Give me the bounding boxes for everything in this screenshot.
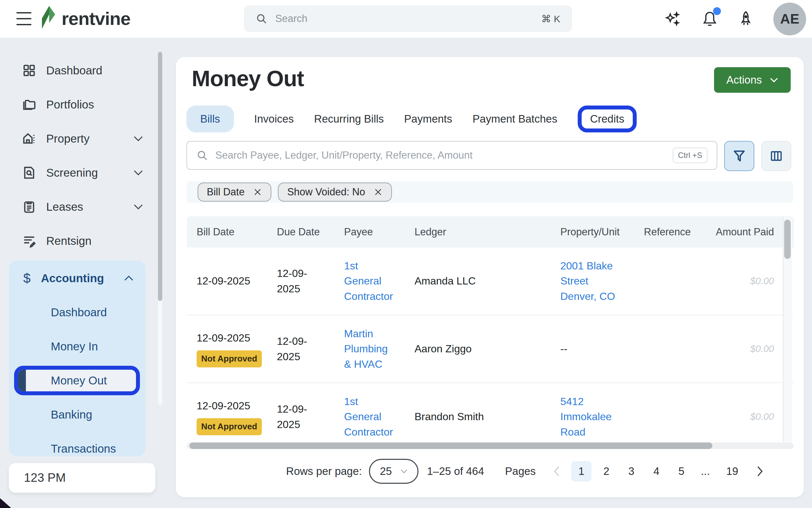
- table-vertical-scrollbar[interactable]: [784, 220, 791, 259]
- sidebar-item-rentsign[interactable]: Rentsign: [0, 224, 176, 258]
- tab-payments[interactable]: Payments: [404, 113, 452, 125]
- rocket-icon[interactable]: [737, 10, 754, 28]
- sparkles-icon[interactable]: [665, 10, 682, 28]
- page-numbers: 1 2 3 4 5 ... 19: [571, 461, 746, 481]
- search-shortcut-hint: Ctrl +S: [673, 147, 708, 163]
- tab-recurring-bills[interactable]: Recurring Bills: [314, 113, 384, 125]
- sidebar-item-label: Leases: [46, 200, 83, 213]
- cell-amount-paid: $0.00: [713, 342, 774, 355]
- sidebar-item-screening[interactable]: Screening: [0, 156, 176, 190]
- column-header-due-date[interactable]: Due Date: [277, 226, 344, 238]
- page-ellipsis: ...: [696, 461, 715, 481]
- status-badge: Not Approved: [196, 350, 262, 368]
- table-row[interactable]: 12-09-2025 Not Approved 12-09-2025 1st G…: [187, 383, 794, 442]
- avatar[interactable]: AE: [773, 3, 806, 35]
- hamburger-menu-icon[interactable]: [16, 12, 32, 25]
- sidebar-item-dashboard[interactable]: Dashboard: [0, 53, 176, 87]
- close-icon[interactable]: [253, 187, 262, 197]
- rows-per-page-select[interactable]: 25: [369, 459, 418, 484]
- property-link[interactable]: 2001 Blake Street Denver, CO: [560, 258, 629, 304]
- table-row[interactable]: 12-09-2025 12-09-2025 1st General Contra…: [187, 247, 794, 315]
- sidebar-item-banking[interactable]: Banking: [9, 397, 145, 432]
- clock-text: 123 PM: [24, 471, 66, 485]
- sidebar-item-label: Money Out: [18, 374, 107, 387]
- filter-chips-row: Bill Date Show Voided: No: [186, 181, 793, 203]
- sidebar-item-label: Accounting: [41, 272, 104, 285]
- sidebar-scrollbar[interactable]: [158, 52, 162, 301]
- column-header-reference[interactable]: Reference: [644, 226, 713, 238]
- column-header-ledger[interactable]: Ledger: [414, 226, 560, 238]
- sidebar-item-accounting[interactable]: $ Accounting: [9, 261, 145, 295]
- column-header-payee[interactable]: Payee: [344, 226, 414, 238]
- cell-due-date: 12-09-2025: [277, 334, 316, 364]
- global-search[interactable]: ⌘ K: [244, 6, 572, 32]
- actions-button[interactable]: Actions: [714, 67, 791, 93]
- sidebar-item-money-in[interactable]: Money In: [9, 329, 145, 364]
- page-number-5[interactable]: 5: [671, 461, 691, 481]
- cell-bill-date: 12-09-2025 Not Approved: [196, 398, 277, 435]
- cell-ledger: Amanda LLC: [414, 273, 560, 288]
- tab-bills[interactable]: Bills: [186, 105, 234, 132]
- filter-icon: [732, 149, 747, 163]
- rentvine-logo: rentvine: [40, 5, 130, 32]
- column-header-bill-date[interactable]: Bill Date: [196, 226, 277, 238]
- bills-table: Bill Date Due Date Payee Ledger Property…: [187, 216, 794, 442]
- page-number-2[interactable]: 2: [596, 461, 616, 481]
- sidebar-item-transactions[interactable]: Transactions: [9, 432, 145, 456]
- tab-payment-batches[interactable]: Payment Batches: [472, 113, 557, 125]
- cell-ledger: Brandon Smith: [414, 409, 560, 424]
- page-number-1[interactable]: 1: [571, 461, 591, 481]
- columns-button[interactable]: [761, 141, 792, 171]
- table-search[interactable]: Ctrl +S: [186, 141, 717, 170]
- property-link[interactable]: 5412 Immokalee Road: [560, 394, 629, 439]
- tab-credits[interactable]: Credits: [590, 113, 625, 125]
- screening-icon: [21, 165, 37, 180]
- rentsign-icon: [21, 234, 37, 248]
- bell-icon[interactable]: [701, 10, 718, 28]
- page-number-19[interactable]: 19: [719, 461, 746, 481]
- active-indicator-bar: [18, 370, 26, 391]
- filter-chip-bill-date[interactable]: Bill Date: [197, 182, 271, 202]
- sidebar-item-portfolios[interactable]: Portfolios: [0, 87, 176, 122]
- previous-page-arrow-icon[interactable]: [551, 466, 562, 477]
- sidebar-item-property[interactable]: Property: [0, 122, 176, 156]
- table-header-row: Bill Date Due Date Payee Ledger Property…: [187, 216, 794, 247]
- sidebar-item-accounting-dashboard[interactable]: Dashboard: [9, 295, 145, 329]
- filter-chip-show-voided[interactable]: Show Voided: No: [278, 182, 392, 202]
- folder-icon: [21, 97, 37, 112]
- close-icon[interactable]: [373, 187, 383, 197]
- chevron-down-icon: [133, 136, 143, 141]
- page-number-3[interactable]: 3: [621, 461, 642, 481]
- cell-bill-date: 12-09-2025 Not Approved: [196, 330, 277, 367]
- table-search-input[interactable]: [215, 150, 673, 161]
- filter-button[interactable]: [724, 141, 754, 171]
- pagination-range: 1–25 of 464: [427, 465, 484, 477]
- payee-link[interactable]: 1st General Contractor: [344, 394, 393, 439]
- dashboard-icon: [21, 63, 37, 78]
- table-row[interactable]: 12-09-2025 Not Approved 12-09-2025 Marti…: [187, 315, 794, 383]
- column-header-property-unit[interactable]: Property/Unit: [560, 226, 644, 238]
- next-page-arrow-icon[interactable]: [754, 466, 766, 477]
- payee-link[interactable]: Martin Plumbing & HVAC: [344, 326, 393, 372]
- tab-invoices[interactable]: Invoices: [254, 113, 294, 125]
- sidebar-item-label: Dashboard: [46, 64, 102, 77]
- notification-dot: [713, 7, 721, 15]
- global-search-input[interactable]: [275, 13, 541, 25]
- sidebar-item-money-out[interactable]: Money Out: [14, 366, 140, 395]
- table-horizontal-scrollbar[interactable]: [189, 442, 712, 449]
- sidebar-item-label: Rentsign: [46, 234, 91, 247]
- pages-label: Pages: [505, 465, 536, 477]
- column-header-amount-paid[interactable]: Amount Paid: [713, 226, 774, 238]
- cell-amount-paid: $0.00: [713, 274, 774, 288]
- annotation-box-credits: Credits: [578, 105, 637, 132]
- sidebar-item-label: Portfolios: [46, 98, 94, 111]
- payee-link[interactable]: 1st General Contractor: [344, 258, 393, 304]
- pagination-bar: Rows per page: 25 1–25 of 464 Pages 1 2 …: [212, 456, 804, 487]
- actions-button-label: Actions: [726, 74, 762, 86]
- sidebar-item-leases[interactable]: Leases: [0, 190, 176, 224]
- sidebar-item-label: Property: [46, 132, 89, 145]
- cell-due-date: 12-09-2025: [277, 266, 316, 296]
- cell-bill-date: 12-09-2025: [196, 273, 277, 288]
- page-number-4[interactable]: 4: [646, 461, 667, 481]
- dollar-icon: $: [23, 271, 38, 286]
